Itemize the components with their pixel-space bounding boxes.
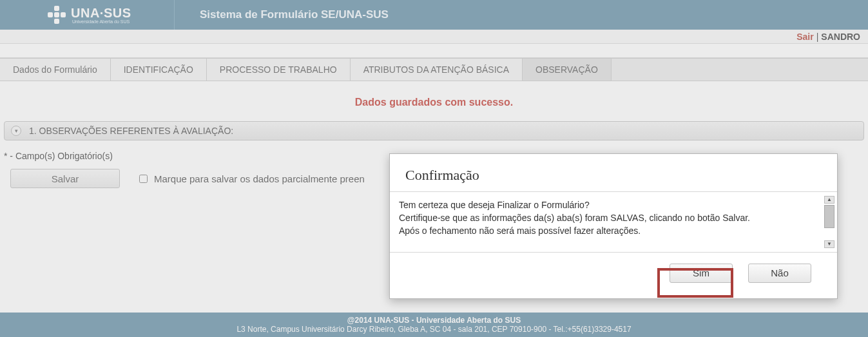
success-message: Dados guardados com sucesso. (0, 81, 868, 121)
dialog-scrollbar[interactable]: ▲ ▼ (824, 196, 834, 248)
logo-text: UNA·SUS (71, 6, 131, 20)
header-divider (174, 0, 175, 30)
signout-link[interactable]: Sair (796, 32, 813, 42)
footer-line2: L3 Norte, Campus Universitário Darcy Rib… (236, 325, 631, 334)
logo-subtext: Universidade Aberta do SUS (72, 19, 131, 24)
tab-identificacao[interactable]: IDENTIFICAÇÃO (111, 59, 207, 81)
scroll-down-icon[interactable]: ▼ (824, 240, 834, 248)
svg-rect-3 (54, 19, 59, 24)
tab-dados-formulario[interactable]: Dados do Formulário (0, 59, 111, 81)
accordion-title: 1. OBSERVAÇÕES REFERENTES À AVALIAÇÃO: (29, 126, 233, 136)
userbar-separator: | (816, 32, 819, 42)
scroll-up-icon[interactable]: ▲ (824, 196, 834, 204)
logo-icon (45, 3, 68, 26)
tab-label: IDENTIFICAÇÃO (124, 64, 193, 75)
logo-text-wrap: UNA·SUS Universidade Aberta do SUS (68, 6, 131, 24)
tab-label: Dados do Formulário (13, 64, 97, 75)
accordion-observacoes[interactable]: ▾ 1. OBSERVAÇÕES REFERENTES À AVALIAÇÃO: (4, 121, 864, 140)
partial-save-checkbox[interactable] (139, 175, 148, 183)
chevron-down-icon: ▾ (11, 126, 21, 136)
tab-observacao[interactable]: OBSERVAÇÃO (523, 59, 612, 81)
partial-save-label: Marque para salvar os dados parcialmente… (154, 173, 365, 184)
tab-label: PROCESSO DE TRABALHO (220, 64, 337, 75)
tab-bar: Dados do Formulário IDENTIFICAÇÃO PROCES… (0, 58, 868, 81)
dialog-button-row: Sim Não (390, 252, 837, 293)
dialog-line2: Certifique-se que as informações da(s) a… (399, 211, 815, 224)
dialog-title: Confirmação (390, 154, 837, 191)
confirm-yes-button[interactable]: Sim (670, 264, 733, 283)
tab-label: ATRIBUTOS DA ATENÇÃO BÁSICA (363, 64, 509, 75)
dialog-line1: Tem certeza que deseja Finalizar o Formu… (399, 198, 815, 211)
dialog-body: Tem certeza que deseja Finalizar o Formu… (390, 191, 837, 252)
save-button[interactable]: Salvar (10, 169, 120, 188)
dialog-line3: Após o fechamento não será mais possível… (399, 224, 815, 237)
page-footer: @2014 UNA-SUS - Universidade Aberta do S… (0, 313, 868, 337)
confirmation-dialog: Confirmação Tem certeza que deseja Final… (389, 153, 838, 299)
footer-line1: @2014 UNA-SUS - Universidade Aberta do S… (347, 316, 521, 325)
logo: UNA·SUS Universidade Aberta do SUS (45, 3, 174, 26)
confirm-no-button[interactable]: Não (748, 264, 811, 283)
top-header: UNA·SUS Universidade Aberta do SUS Siste… (0, 0, 868, 30)
tab-label: OBSERVAÇÃO (535, 64, 598, 75)
scroll-thumb[interactable] (824, 205, 834, 228)
tab-processo-trabalho[interactable]: PROCESSO DE TRABALHO (207, 59, 351, 81)
svg-rect-1 (48, 12, 53, 17)
username-label: SANDRO (821, 32, 860, 42)
svg-rect-0 (54, 6, 59, 11)
user-bar: Sair | SANDRO (0, 30, 868, 44)
svg-rect-4 (54, 12, 59, 17)
system-title: Sistema de Formulário SE/UNA-SUS (200, 8, 389, 21)
tab-atributos-atencao[interactable]: ATRIBUTOS DA ATENÇÃO BÁSICA (351, 59, 523, 81)
partial-save-label-wrap[interactable]: Marque para salvar os dados parcialmente… (139, 173, 365, 184)
svg-rect-2 (61, 12, 66, 17)
spacer-strip (0, 44, 868, 58)
